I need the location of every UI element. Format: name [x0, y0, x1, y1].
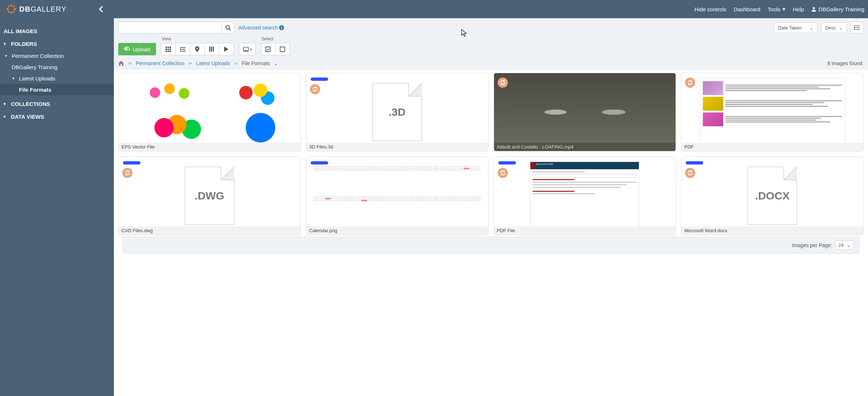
svg-rect-28 [180, 49, 181, 50]
svg-rect-26 [180, 47, 181, 48]
grid-card[interactable]: EPS Vector File [118, 73, 301, 151]
topbar: DBGALLERY Hide controls Dashboard Tools … [0, 0, 868, 18]
view-map-button[interactable] [190, 43, 205, 55]
columns-icon [209, 47, 215, 52]
user-menu[interactable]: DBGallery Training [811, 6, 864, 12]
svg-rect-31 [182, 51, 186, 51]
svg-rect-16 [856, 29, 860, 30]
status-pill [311, 78, 328, 81]
card-caption: Calendar.png [306, 226, 488, 235]
sync-icon [122, 168, 132, 178]
sidebar-item-latest-uploads[interactable]: ▾ Latest Uploads [0, 73, 114, 84]
svg-point-7 [8, 6, 10, 8]
svg-line-10 [229, 29, 231, 30]
search-button[interactable] [221, 22, 234, 33]
svg-rect-15 [854, 29, 855, 30]
svg-rect-33 [211, 47, 212, 52]
svg-rect-32 [209, 47, 210, 52]
map-pin-icon [195, 46, 199, 52]
breadcrumb-separator: ≫ [128, 61, 132, 66]
sync-icon [498, 168, 508, 178]
sort-direction-select[interactable]: Desc ⌄ [821, 23, 847, 33]
sidebar-collections-heading[interactable]: ▾ COLLECTIONS [0, 98, 114, 110]
svg-point-4 [13, 6, 15, 8]
status-pill [311, 161, 328, 165]
images-per-page-select[interactable]: 24 ⌄ [835, 241, 854, 250]
advanced-search-link[interactable]: Advanced search i [238, 25, 284, 31]
breadcrumb-current: File Formats [242, 60, 270, 66]
help-link[interactable]: Help [793, 6, 804, 12]
view-grid-button[interactable] [161, 43, 176, 55]
grid-card[interactable]: EVALUATION FORM [494, 157, 676, 235]
upload-button[interactable]: Upload [118, 43, 156, 55]
display-icon [243, 47, 249, 52]
svg-rect-38 [280, 47, 285, 52]
svg-rect-34 [213, 47, 214, 52]
grid-card[interactable]: .DWG CAD Files.dwg [118, 157, 301, 235]
breadcrumb-latest-uploads[interactable]: Latest Uploads [196, 60, 230, 66]
chevron-down-icon: ⌄ [809, 25, 813, 31]
select-all-button[interactable] [261, 43, 275, 55]
svg-point-6 [8, 11, 10, 13]
sidebar-item-permanent-collection[interactable]: ▾ Permanent Collection [0, 50, 114, 62]
sidebar-all-images[interactable]: ALL IMAGES [0, 25, 114, 37]
svg-point-8 [813, 7, 815, 9]
home-icon[interactable] [118, 61, 124, 66]
images-found-label: 8 images found. [827, 60, 864, 66]
sidebar-item-dbgallery-training[interactable]: DBGallery Training [0, 62, 114, 73]
sort-field-select[interactable]: Date Taken ⌄ [774, 23, 817, 33]
layout-options-button[interactable] [851, 22, 864, 33]
breadcrumb-separator: ≫ [188, 61, 192, 66]
view-button-group [161, 43, 234, 55]
card-caption: EPS Vector File [119, 143, 300, 151]
select-none-button[interactable] [275, 43, 290, 55]
display-options-button[interactable]: ▾ [239, 43, 256, 55]
svg-point-5 [13, 11, 15, 13]
view-list-button[interactable] [176, 43, 190, 55]
collapse-sidebar-icon[interactable] [97, 5, 105, 13]
grid-card[interactable]: Calendar.png [306, 157, 489, 235]
grid-card[interactable]: .3D 3D Files.3d [306, 73, 489, 151]
logo[interactable]: DBGALLERY [0, 3, 67, 15]
svg-point-3 [7, 8, 9, 10]
grid-card[interactable]: Abbott and Costello - LOAFING.mp4 [494, 73, 676, 151]
sidebar-folders-heading[interactable]: ▾ FOLDERS [0, 37, 114, 50]
breadcrumb-dropdown-icon[interactable]: ⌄ [274, 60, 278, 66]
search-box [118, 22, 235, 33]
svg-rect-29 [182, 49, 186, 50]
chevron-down-icon: ▾ [5, 54, 9, 58]
upload-icon [124, 47, 130, 52]
sidebar-data-views-heading[interactable]: ▾ DATA VIEWS [0, 110, 114, 123]
svg-rect-27 [182, 47, 186, 48]
sidebar-item-file-formats[interactable]: File Formats [0, 84, 114, 95]
search-icon [225, 25, 231, 31]
card-caption: PDF File [494, 226, 676, 235]
svg-rect-30 [180, 51, 181, 52]
grid-card[interactable]: .DOCX Microsoft Word.docx [681, 157, 864, 235]
grid-card[interactable]: PDF [681, 73, 864, 151]
hide-controls-link[interactable]: Hide controls [694, 6, 726, 12]
svg-rect-23 [166, 51, 167, 52]
svg-point-1 [14, 8, 16, 10]
svg-rect-24 [168, 51, 169, 52]
caret-down-icon: ▾ [783, 6, 785, 12]
svg-rect-14 [856, 27, 860, 28]
logo-icon [5, 3, 17, 15]
user-icon [811, 7, 816, 12]
search-input[interactable] [119, 22, 221, 33]
chevron-down-icon: ▾ [4, 102, 8, 106]
svg-rect-20 [166, 48, 167, 50]
svg-rect-22 [170, 48, 171, 50]
thumbnail-grid: EPS Vector File .3D 3D Files.3d Abbott a… [118, 73, 864, 235]
view-slideshow-button[interactable] [219, 43, 234, 55]
view-columns-button[interactable] [205, 43, 219, 55]
svg-point-9 [226, 25, 230, 29]
svg-rect-12 [856, 25, 860, 26]
breadcrumb-permanent-collection[interactable]: Permanent Collection [136, 60, 184, 66]
dashboard-link[interactable]: Dashboard [734, 6, 760, 12]
tools-menu[interactable]: Tools ▾ [768, 6, 785, 12]
thumbnail: .3D [306, 73, 488, 151]
status-pill [686, 161, 703, 165]
svg-rect-21 [168, 48, 169, 50]
sidebar: ALL IMAGES ▾ FOLDERS ▾ Permanent Collect… [0, 18, 114, 396]
